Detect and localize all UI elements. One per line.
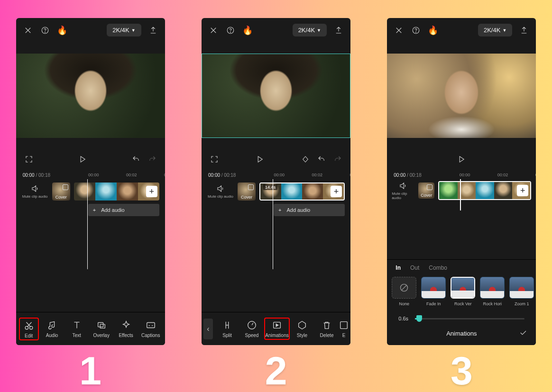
tab-overlay[interactable]: Overlay bbox=[90, 320, 113, 338]
mute-clip-audio[interactable]: Mute clip audio bbox=[22, 184, 48, 199]
animations-footer: Animations bbox=[387, 324, 536, 342]
video-preview[interactable] bbox=[387, 54, 536, 138]
flame-icon[interactable]: 🔥 bbox=[57, 25, 67, 36]
playhead[interactable] bbox=[460, 179, 461, 210]
tool-label: Animations bbox=[265, 333, 288, 338]
video-preview[interactable] bbox=[16, 54, 165, 138]
cover-button[interactable]: Cover bbox=[52, 182, 70, 201]
tool-delete[interactable]: Delete bbox=[314, 320, 339, 338]
tab-text[interactable]: Text bbox=[65, 320, 88, 338]
tool-style[interactable]: Style bbox=[290, 320, 314, 338]
svg-point-1 bbox=[45, 32, 45, 32]
mute-label: Mute clip audio bbox=[208, 194, 233, 199]
tab-edit[interactable]: Edit bbox=[19, 318, 39, 340]
anim-tab-combo[interactable]: Combo bbox=[429, 264, 447, 271]
chevron-down-icon: ▼ bbox=[317, 28, 321, 33]
help-icon[interactable] bbox=[225, 25, 236, 36]
chevron-down-icon: ▼ bbox=[131, 28, 136, 33]
resolution-label: 2K/4K bbox=[484, 27, 500, 34]
export-icon[interactable] bbox=[148, 25, 158, 36]
resolution-button[interactable]: 2K/4K▼ bbox=[293, 24, 327, 36]
back-button[interactable]: ‹ bbox=[203, 319, 213, 339]
apply-icon[interactable] bbox=[519, 328, 527, 338]
tool-speed[interactable]: Speed bbox=[239, 320, 264, 338]
topbar: 🔥 2K/4K▼ bbox=[16, 18, 165, 42]
duration-slider[interactable]: 0.6s bbox=[387, 309, 536, 324]
anim-tab-out[interactable]: Out bbox=[410, 264, 419, 271]
export-icon[interactable] bbox=[519, 25, 529, 36]
animations-panel: In Out Combo None Fade In Rock Ver Rock … bbox=[387, 259, 536, 345]
timeline[interactable]: Mute clip audio Cover + bbox=[387, 179, 536, 210]
panel-title: Animations bbox=[446, 330, 477, 337]
clip-strip[interactable]: 14.4s + bbox=[259, 182, 345, 201]
preview-controls bbox=[387, 149, 536, 170]
play-icon[interactable] bbox=[255, 154, 265, 164]
undo-icon[interactable] bbox=[316, 154, 327, 164]
export-icon[interactable] bbox=[333, 25, 344, 36]
preset-zoom1[interactable]: Zoom 1 bbox=[509, 277, 534, 306]
preset-rockver[interactable]: Rock Ver bbox=[451, 277, 475, 306]
time-current: 00:00 bbox=[208, 173, 220, 178]
mute-label: Mute clip audio bbox=[22, 194, 48, 199]
undo-icon[interactable] bbox=[131, 154, 141, 164]
tab-audio[interactable]: Audio bbox=[41, 320, 64, 338]
add-clip-button[interactable]: + bbox=[331, 186, 342, 197]
fullscreen-icon[interactable] bbox=[24, 154, 34, 164]
help-icon[interactable] bbox=[40, 25, 50, 36]
anim-tab-in[interactable]: In bbox=[396, 264, 401, 271]
flame-icon[interactable]: 🔥 bbox=[428, 25, 438, 36]
preset-rockhori[interactable]: Rock Hori bbox=[480, 277, 505, 306]
preset-label: Rock Hori bbox=[483, 301, 502, 306]
fullscreen-icon[interactable] bbox=[209, 154, 220, 164]
clip-strip[interactable]: + bbox=[74, 182, 159, 201]
mute-clip-audio[interactable]: Mute clip audio bbox=[392, 182, 414, 200]
add-audio-button[interactable]: + Add audio bbox=[274, 204, 345, 216]
keyframe-icon[interactable] bbox=[300, 154, 311, 164]
timecode-row: 00:00 / 00:18 00:00 00:02 00:0 bbox=[16, 170, 165, 179]
play-icon[interactable] bbox=[456, 154, 467, 164]
preset-fadein[interactable]: Fade In bbox=[421, 277, 446, 306]
tab-effects[interactable]: Effects bbox=[115, 320, 138, 338]
presets-row[interactable]: None Fade In Rock Ver Rock Hori Zoom 1 S… bbox=[387, 271, 536, 309]
add-clip-button[interactable]: + bbox=[146, 186, 157, 197]
close-icon[interactable] bbox=[208, 25, 219, 36]
svg-rect-4 bbox=[98, 322, 103, 327]
mute-clip-audio[interactable]: Mute clip audio bbox=[207, 184, 234, 199]
tab-label: Captions bbox=[141, 333, 160, 338]
slider-track[interactable] bbox=[415, 318, 524, 319]
tab-captions[interactable]: Captions bbox=[139, 320, 162, 338]
timeline[interactable]: Mute clip audio Cover + + Add audio bbox=[16, 179, 165, 246]
close-icon[interactable] bbox=[394, 25, 404, 36]
resolution-button[interactable]: 2K/4K▼ bbox=[107, 24, 141, 36]
tool-animations[interactable]: Animations bbox=[264, 318, 290, 340]
main-tabs: Edit Audio Text Overlay Effects Captions bbox=[16, 312, 165, 345]
resolution-label: 2K/4K bbox=[298, 27, 315, 34]
clip-strip[interactable]: + bbox=[438, 181, 531, 200]
help-icon[interactable] bbox=[411, 25, 421, 36]
flame-icon[interactable]: 🔥 bbox=[242, 25, 253, 36]
cover-button[interactable]: Cover bbox=[418, 182, 434, 199]
play-icon[interactable] bbox=[77, 154, 88, 164]
playhead[interactable] bbox=[273, 179, 274, 269]
chevron-down-icon: ▼ bbox=[502, 28, 506, 33]
cover-label: Cover bbox=[421, 193, 432, 198]
tick: 00:0 bbox=[164, 173, 165, 177]
svg-point-2 bbox=[25, 326, 28, 329]
playhead[interactable] bbox=[87, 179, 88, 269]
cover-button[interactable]: Cover bbox=[238, 182, 256, 201]
preset-label: Zoom 1 bbox=[515, 301, 529, 306]
svg-point-8 bbox=[230, 32, 231, 32]
clip-duration: 14.4s bbox=[263, 184, 277, 190]
preset-label: None bbox=[399, 301, 410, 306]
timeline[interactable]: Mute clip audio Cover 14.4s + + Add audi… bbox=[202, 179, 350, 246]
tool-more[interactable]: E bbox=[339, 320, 349, 338]
tick: 00:02 bbox=[312, 173, 322, 177]
slider-knob[interactable] bbox=[416, 315, 422, 322]
add-audio-button[interactable]: + Add audio bbox=[88, 204, 159, 216]
tool-split[interactable]: Split bbox=[215, 320, 239, 338]
resolution-button[interactable]: 2K/4K▼ bbox=[478, 24, 512, 36]
close-icon[interactable] bbox=[23, 25, 33, 36]
preset-none[interactable]: None bbox=[392, 277, 416, 306]
add-clip-button[interactable]: + bbox=[517, 185, 528, 196]
video-preview[interactable] bbox=[202, 54, 350, 138]
